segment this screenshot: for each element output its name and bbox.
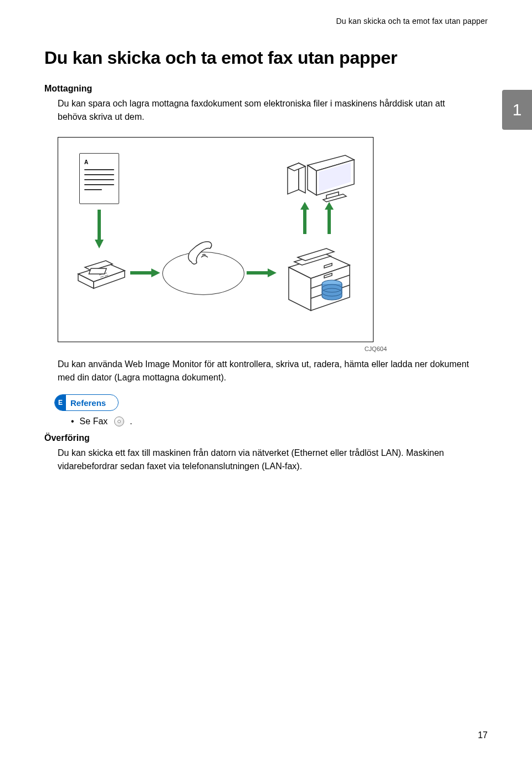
figure-code: CJQ604 — [58, 346, 387, 352]
referens-badge: E Referens — [54, 394, 119, 411]
section-heading-overforing: Överföring — [44, 433, 488, 443]
after-figure-body: Du kan använda Web Image Monitor för att… — [58, 358, 479, 384]
mottagning-body: Du kan spara och lagra mottagna faxdokum… — [58, 97, 468, 124]
referens-label: Referens — [66, 398, 118, 408]
arrow-up-icon — [300, 202, 310, 234]
document-letter: A — [84, 159, 88, 165]
svg-rect-6 — [89, 268, 106, 274]
page-title: Du kan skicka och ta emot fax utan pappe… — [44, 48, 488, 68]
arrow-right-icon — [130, 267, 161, 278]
bullet-text-prefix: Se Fax — [80, 416, 108, 426]
arrow-up-icon — [324, 202, 334, 234]
chapter-tab: 1 — [502, 90, 532, 130]
page: Du kan skicka och ta emot fax utan pappe… — [0, 0, 532, 757]
referens-bullet: Se Fax . — [71, 416, 488, 426]
computer-icon — [285, 152, 346, 196]
arrow-right-icon — [247, 267, 278, 278]
page-number: 17 — [478, 730, 488, 740]
phone-handset-icon — [185, 237, 218, 271]
document-icon: A — [79, 153, 119, 204]
fax-machine-icon — [73, 252, 128, 293]
overforing-body: Du kan skicka ett fax till maskinen från… — [58, 446, 488, 473]
mottagning-row: Du kan spara och lagra mottagna faxdokum… — [44, 97, 488, 131]
svg-marker-1 — [95, 240, 104, 248]
svg-marker-35 — [308, 165, 316, 195]
bullet-text-suffix: . — [130, 416, 132, 426]
svg-marker-27 — [300, 202, 309, 210]
section-heading-mottagning: Mottagning — [44, 84, 488, 94]
diagram-box: A — [58, 137, 374, 342]
svg-marker-12 — [151, 268, 160, 277]
running-header: Du kan skicka och ta emot fax utan pappe… — [44, 17, 488, 26]
svg-marker-29 — [325, 202, 334, 210]
cd-icon — [114, 416, 124, 426]
referens-tag: E — [55, 395, 66, 410]
printer-icon — [279, 233, 356, 318]
arrow-down-icon — [94, 210, 105, 250]
svg-marker-14 — [268, 268, 277, 277]
